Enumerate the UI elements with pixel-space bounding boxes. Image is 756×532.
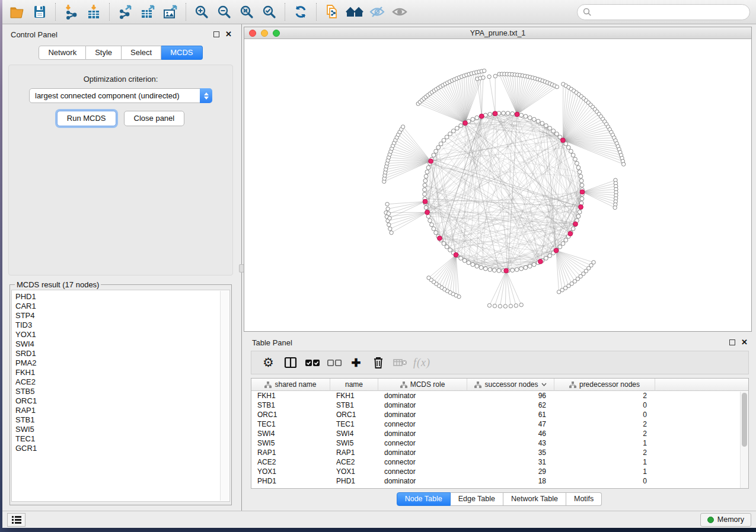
cell-successor-nodes[interactable]: 29 — [467, 467, 554, 476]
hide-selected-icon[interactable] — [366, 2, 388, 22]
mcds-result-item[interactable]: FKH1 — [15, 368, 229, 377]
cell-successor-nodes[interactable]: 35 — [467, 448, 554, 457]
zoom-in-icon[interactable] — [190, 2, 213, 22]
cell-mcds-role[interactable]: dominator — [378, 400, 467, 410]
cell-predecessor-nodes[interactable]: 0 — [554, 400, 655, 410]
tab-network-table[interactable]: Network Table — [503, 492, 566, 506]
refresh-icon[interactable] — [289, 2, 312, 22]
cell-mcds-role[interactable]: connector — [378, 438, 467, 448]
mcds-result-item[interactable]: RAP1 — [15, 406, 229, 415]
save-session-icon[interactable] — [28, 2, 51, 22]
export-table-icon[interactable] — [136, 2, 159, 22]
select-all-checkboxes-icon[interactable] — [301, 353, 323, 372]
column-header-mcds-role[interactable]: MCDS role — [378, 379, 467, 391]
zoom-selected-icon[interactable] — [258, 2, 280, 22]
cell-name[interactable]: YOX1 — [330, 467, 378, 476]
search-input[interactable] — [595, 7, 749, 18]
show-columns-icon[interactable] — [279, 353, 301, 372]
export-network-icon[interactable] — [114, 2, 136, 22]
cell-mcds-role[interactable]: connector — [378, 467, 467, 476]
cell-successor-nodes[interactable]: 62 — [467, 400, 554, 410]
cell-shared-name[interactable]: ORC1 — [251, 410, 330, 419]
cell-mcds-role[interactable]: connector — [378, 419, 467, 429]
cell-predecessor-nodes[interactable]: 0 — [554, 476, 655, 486]
cell-name[interactable]: SWI4 — [330, 429, 378, 438]
mcds-result-item[interactable]: YOX1 — [15, 330, 229, 339]
cell-predecessor-nodes[interactable]: 2 — [554, 391, 655, 400]
mcds-result-item[interactable]: PMA2 — [15, 358, 229, 368]
cell-shared-name[interactable]: SWI4 — [251, 429, 330, 438]
cell-mcds-role[interactable]: dominator — [378, 448, 467, 457]
table-settings-gear-icon[interactable]: ⚙ — [257, 353, 279, 372]
float-panel-icon[interactable] — [213, 31, 219, 37]
first-neighbors-icon[interactable] — [343, 2, 366, 22]
run-mcds-button[interactable]: Run MCDS — [57, 111, 116, 126]
network-canvas[interactable] — [244, 39, 751, 331]
cell-predecessor-nodes[interactable]: 1 — [554, 457, 655, 467]
cell-successor-nodes[interactable]: 43 — [467, 438, 554, 448]
cell-shared-name[interactable]: SWI5 — [251, 438, 330, 448]
cell-shared-name[interactable]: FKH1 — [251, 391, 330, 400]
close-panel-button[interactable]: Close panel — [124, 111, 185, 126]
cell-predecessor-nodes[interactable]: 1 — [554, 467, 655, 476]
cell-successor-nodes[interactable]: 96 — [467, 391, 554, 400]
mcds-result-item[interactable]: ORC1 — [15, 396, 229, 406]
duplicate-network-icon[interactable] — [321, 2, 343, 22]
cell-name[interactable]: RAP1 — [330, 448, 378, 457]
show-all-icon[interactable] — [388, 2, 411, 22]
table-row[interactable]: PHD1 PHD1 dominator 18 0 — [251, 476, 748, 486]
criterion-select[interactable]: largest connected component (undirected) — [29, 88, 212, 103]
cell-mcds-role[interactable]: dominator — [378, 391, 467, 400]
cell-shared-name[interactable]: PHD1 — [251, 476, 330, 486]
mcds-result-item[interactable]: SWI5 — [15, 425, 229, 434]
add-column-icon[interactable]: ✚ — [345, 353, 367, 372]
cell-shared-name[interactable]: RAP1 — [251, 448, 330, 457]
network-titlebar[interactable]: YPA_prune.txt_1 — [244, 27, 751, 39]
tab-network[interactable]: Network — [39, 46, 86, 60]
column-header-shared-name[interactable]: shared name — [251, 379, 330, 391]
cell-predecessor-nodes[interactable]: 2 — [554, 429, 655, 438]
mcds-result-item[interactable]: ACE2 — [15, 377, 229, 387]
open-session-icon[interactable] — [6, 2, 28, 22]
cell-name[interactable]: ORC1 — [330, 410, 378, 419]
zoom-out-icon[interactable] — [213, 2, 235, 22]
export-image-icon[interactable] — [159, 2, 181, 22]
cell-name[interactable]: STB1 — [330, 400, 378, 410]
table-scrollbar[interactable] — [740, 392, 748, 488]
close-panel-icon[interactable]: ✕ — [225, 31, 232, 37]
cell-name[interactable]: FKH1 — [330, 391, 378, 400]
mcds-result-item[interactable]: SRD1 — [15, 349, 229, 358]
cell-name[interactable]: TEC1 — [330, 419, 378, 429]
tab-edge-table[interactable]: Edge Table — [451, 492, 503, 506]
table-row[interactable]: TEC1 TEC1 connector 47 2 — [251, 419, 748, 429]
table-row[interactable]: SWI4 SWI4 dominator 46 2 — [251, 429, 748, 438]
cell-shared-name[interactable]: TEC1 — [251, 419, 330, 429]
table-row[interactable]: FKH1 FKH1 dominator 96 2 — [251, 391, 748, 400]
cell-successor-nodes[interactable]: 61 — [467, 410, 554, 419]
delete-column-icon[interactable] — [367, 353, 389, 372]
import-table-icon[interactable] — [82, 2, 105, 22]
mcds-result-item[interactable]: CAR1 — [15, 302, 229, 311]
table-row[interactable]: YOX1 YOX1 connector 29 1 — [251, 467, 748, 476]
mcds-result-list[interactable]: PHD1CAR1STP4TID3YOX1SWI4SRD1PMA2FKH1ACE2… — [11, 290, 230, 502]
column-header-successor-nodes[interactable]: successor nodes — [467, 379, 554, 391]
task-history-button[interactable] — [7, 513, 25, 527]
mcds-result-item[interactable]: TEC1 — [15, 434, 229, 444]
zoom-fit-icon[interactable] — [235, 2, 258, 22]
cell-name[interactable]: SWI5 — [330, 438, 378, 448]
table-row[interactable]: STB1 STB1 dominator 62 0 — [251, 400, 748, 410]
close-table-panel-icon[interactable]: ✕ — [741, 339, 748, 345]
tab-motifs[interactable]: Motifs — [566, 492, 602, 506]
import-network-icon[interactable] — [60, 2, 82, 22]
tab-mcds[interactable]: MCDS — [161, 46, 202, 60]
tab-select[interactable]: Select — [122, 46, 161, 60]
search-field[interactable] — [577, 4, 750, 20]
cell-shared-name[interactable]: STB1 — [251, 400, 330, 410]
cell-predecessor-nodes[interactable]: 0 — [554, 410, 655, 419]
cell-predecessor-nodes[interactable]: 2 — [554, 448, 655, 457]
mcds-result-item[interactable]: GCR1 — [15, 444, 229, 453]
cell-mcds-role[interactable]: dominator — [378, 410, 467, 419]
table-scrollbar-thumb[interactable] — [742, 393, 747, 447]
cell-predecessor-nodes[interactable]: 1 — [554, 438, 655, 448]
table-row[interactable]: SWI5 SWI5 connector 43 1 — [251, 438, 748, 448]
